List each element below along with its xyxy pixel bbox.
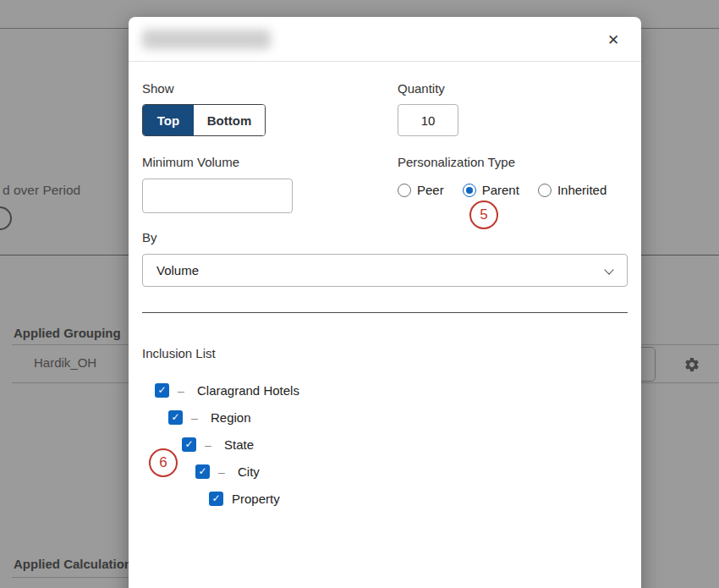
- checkbox-checked-icon[interactable]: ✓: [182, 437, 196, 452]
- settings-modal: ✕ Show Top Bottom Quantity Minimum Volum…: [129, 17, 641, 588]
- radio-parent[interactable]: Parent: [463, 183, 519, 197]
- show-bottom-button[interactable]: Bottom: [194, 105, 265, 135]
- modal-header: ✕: [129, 17, 641, 62]
- period-over-period-label: d over Period: [3, 183, 80, 198]
- annotation-circle-6: 6: [149, 448, 178, 477]
- show-toggle-group: Top Bottom: [142, 104, 266, 136]
- radio-unselected-icon: [538, 184, 552, 197]
- inclusion-list-label: Inclusion List: [142, 346, 216, 360]
- radio-inherited[interactable]: Inherited: [538, 183, 606, 197]
- annotation-circle-5: 5: [469, 201, 498, 229]
- show-label: Show: [142, 81, 174, 96]
- minimum-volume-label: Minimum Volume: [142, 155, 239, 169]
- section-divider: [142, 312, 628, 313]
- close-icon[interactable]: ✕: [602, 29, 624, 51]
- checkbox-checked-icon[interactable]: ✓: [209, 492, 223, 506]
- tree-item-label: Region: [211, 410, 251, 425]
- radio-inherited-label: Inherited: [557, 183, 606, 197]
- minimum-volume-input[interactable]: [142, 179, 293, 213]
- radio-peer-label: Peer: [417, 183, 444, 197]
- checkbox-checked-icon[interactable]: ✓: [155, 383, 169, 398]
- quantity-input[interactable]: [398, 104, 458, 136]
- tree-dash-icon: –: [205, 438, 215, 452]
- radio-unselected-icon: [398, 184, 411, 197]
- tree-row: ✓ – Region: [168, 410, 251, 425]
- chevron-down-icon: [604, 265, 613, 274]
- gear-icon: [683, 356, 700, 373]
- tree-dash-icon: –: [218, 465, 228, 479]
- tree-row: ✓ – State: [182, 437, 254, 452]
- applied-calculation-heading: Applied Calculation: [14, 557, 132, 571]
- radio-peer[interactable]: Peer: [398, 183, 444, 197]
- personalization-type-label: Personalization Type: [398, 155, 515, 169]
- calculation-heading-divider: [12, 577, 135, 578]
- tree-item-label: State: [224, 437, 254, 452]
- applied-grouping-heading: Applied Grouping: [14, 326, 121, 340]
- radio-parent-label: Parent: [482, 183, 519, 197]
- grouping-row-value: Hardik_OH: [34, 355, 96, 370]
- tree-row: ✓ – Claragrand Hotels: [155, 383, 299, 398]
- by-select-value: Volume: [156, 263, 199, 278]
- modal-title-redacted: [142, 30, 271, 49]
- tree-item-label: Claragrand Hotels: [197, 383, 299, 398]
- tree-row: ✓ Property: [209, 492, 280, 506]
- tree-item-label: Property: [232, 492, 280, 506]
- tree-dash-icon: –: [178, 384, 188, 398]
- checkbox-checked-icon[interactable]: ✓: [195, 464, 210, 479]
- quantity-label: Quantity: [398, 81, 445, 96]
- radio-selected-icon: [463, 184, 476, 197]
- background-radio-button: [0, 206, 12, 230]
- by-select[interactable]: Volume: [142, 254, 628, 287]
- tree-item-label: City: [238, 464, 260, 479]
- personalization-type-radio-group: Peer Parent Inherited: [398, 183, 606, 197]
- by-label: By: [142, 230, 157, 245]
- tree-row: ✓ – City: [195, 464, 260, 479]
- checkbox-checked-icon[interactable]: ✓: [168, 410, 183, 425]
- show-top-button[interactable]: Top: [143, 105, 194, 135]
- tree-dash-icon: –: [191, 411, 201, 425]
